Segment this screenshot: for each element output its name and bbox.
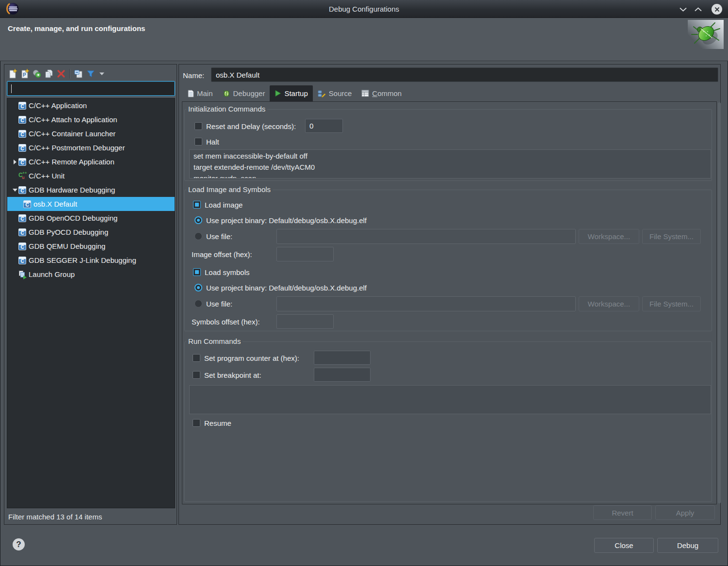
load-symbols-checkbox[interactable] <box>193 268 201 276</box>
image-workspace-button[interactable]: Workspace... <box>579 229 639 244</box>
tab-common[interactable]: Common <box>356 85 406 101</box>
banner: Create, manage, and run configurations <box>0 18 728 61</box>
image-use-file-radio[interactable] <box>194 232 202 240</box>
export-configurations-button[interactable] <box>32 68 42 79</box>
tab-startup[interactable]: Startup <box>270 85 312 101</box>
symbols-offset-input[interactable] <box>276 314 334 329</box>
symbols-workspace-button[interactable]: Workspace... <box>579 296 639 311</box>
c-application-icon <box>18 228 26 236</box>
group-title: Load Image and Symbols <box>186 185 273 194</box>
apply-button[interactable]: Apply <box>655 505 715 520</box>
symbols-use-file-radio[interactable] <box>194 300 202 307</box>
tree-item-cpp-attach[interactable]: C/C++ Attach to Application <box>7 113 175 127</box>
tab-source[interactable]: Source <box>313 85 357 101</box>
filter-menu-button[interactable] <box>97 68 106 79</box>
tree-item-gdb-openocd[interactable]: GDB OpenOCD Debugging <box>7 211 175 225</box>
image-use-project-binary-radio[interactable] <box>194 216 202 224</box>
init-commands-textarea[interactable]: set mem inaccessible-by-default off targ… <box>189 149 711 178</box>
symbols-filesystem-button[interactable]: File System... <box>642 296 701 311</box>
maximize-button[interactable] <box>692 4 704 15</box>
resume-checkbox[interactable] <box>193 419 200 427</box>
name-input[interactable] <box>211 67 718 82</box>
configurations-tree: C/C++ Application C/C++ Attach to Applic… <box>7 98 175 508</box>
image-offset-input[interactable] <box>276 247 334 261</box>
group-initialization-commands: Initialization Commands Reset and Delay … <box>184 109 712 181</box>
reset-delay-checkbox[interactable] <box>194 122 202 130</box>
dialog-close-button[interactable]: Close <box>594 538 654 553</box>
reset-delay-input[interactable] <box>305 119 343 133</box>
tree-item-cpp-application[interactable]: C/C++ Application <box>7 98 175 113</box>
group-run-commands: Run Commands Set program counter at (hex… <box>184 341 712 502</box>
tree-item-label: C/C++ Container Launcher <box>29 129 115 138</box>
tree-item-label: GDB QEMU Debugging <box>29 242 105 250</box>
collapse-all-button[interactable] <box>73 68 84 79</box>
halt-checkbox[interactable] <box>194 138 202 146</box>
c-application-icon <box>18 214 26 222</box>
symbols-use-project-binary-label: Use project binary: Default/debug/osb.X.… <box>206 284 367 292</box>
image-use-file-label: Use file: <box>206 232 232 241</box>
symbols-use-file-label: Use file: <box>206 300 232 308</box>
group-load-image-symbols: Load Image and Symbols Load image Use pr… <box>184 190 712 331</box>
filter-status: Filter matched 13 of 14 items <box>8 513 102 521</box>
debug-configurations-dialog: { "window": { "title": "Debug Configurat… <box>0 0 728 566</box>
image-offset-label: Image offset (hex): <box>192 250 252 259</box>
debug-button[interactable]: Debug <box>657 538 718 553</box>
tree-item-launch-group[interactable]: Launch Group <box>7 267 175 281</box>
page-title: Debug Configurations <box>0 0 728 18</box>
set-pc-input[interactable] <box>314 351 371 365</box>
c-application-icon <box>18 243 26 250</box>
image-filesystem-button[interactable]: File System... <box>642 229 701 244</box>
tree-expander-collapsed-icon[interactable] <box>14 160 16 164</box>
tab-debugger[interactable]: Debugger <box>218 85 270 101</box>
tree-item-label: GDB Hardware Debugging <box>29 186 115 194</box>
launch-group-icon <box>18 271 26 278</box>
tree-item-gdb-hardware[interactable]: GDB Hardware Debugging <box>7 183 175 197</box>
help-button[interactable]: ? <box>13 538 25 550</box>
eclipse-logo-icon <box>6 2 19 17</box>
image-file-input[interactable] <box>276 229 576 244</box>
close-button[interactable] <box>711 4 723 15</box>
duplicate-button[interactable] <box>44 68 54 79</box>
set-breakpoint-checkbox[interactable] <box>193 371 200 379</box>
tab-main[interactable]: Main <box>183 85 218 101</box>
tree-item-cpp-postmortem[interactable]: C/C++ Postmortem Debugger <box>7 141 175 155</box>
new-configuration-icon <box>8 69 17 79</box>
tree-item-cpp-unit[interactable]: u C/C++ Unit <box>7 169 175 183</box>
run-commands-textarea[interactable] <box>189 385 711 414</box>
filter-input[interactable] <box>7 81 175 96</box>
tree-item-label: C/C++ Remote Application <box>29 158 114 166</box>
set-breakpoint-input[interactable] <box>314 368 371 382</box>
filter-button[interactable] <box>85 68 96 79</box>
tree-item-gdb-segger[interactable]: GDB SEGGER J-Link Debugging <box>7 253 175 267</box>
tree-item-gdb-qemu[interactable]: GDB QEMU Debugging <box>7 239 175 253</box>
revert-button[interactable]: Revert <box>593 505 652 520</box>
tree-item-osbx-default[interactable]: osb.X Default <box>7 197 175 211</box>
new-prototype-button[interactable]: P <box>19 68 30 79</box>
load-image-checkbox[interactable] <box>193 201 201 209</box>
tree-item-label: C/C++ Postmortem Debugger <box>29 144 125 152</box>
tab-label: Debugger <box>233 89 265 97</box>
halt-label: Halt <box>206 138 219 146</box>
set-pc-checkbox[interactable] <box>193 354 200 362</box>
set-pc-label: Set program counter at (hex): <box>204 354 299 362</box>
tree-item-cpp-remote[interactable]: C/C++ Remote Application <box>7 155 175 169</box>
minimize-button[interactable] <box>677 4 689 15</box>
tab-label: Startup <box>284 89 307 97</box>
chevron-down-icon <box>679 7 687 12</box>
group-title: Run Commands <box>186 337 243 345</box>
duplicate-icon <box>44 69 54 79</box>
symbols-use-project-binary-radio[interactable] <box>194 284 202 291</box>
symbols-file-input[interactable] <box>276 296 576 311</box>
tree-item-gdb-pyocd[interactable]: GDB PyOCD Debugging <box>7 225 175 239</box>
content-scrollbar[interactable] <box>718 102 721 503</box>
tab-bar: Main Debugger Startup Source Common <box>183 85 406 101</box>
tree-item-cpp-container[interactable]: C/C++ Container Launcher <box>7 127 175 141</box>
name-label: Name: <box>183 71 204 80</box>
tree-item-label: osb.X Default <box>33 200 77 208</box>
tree-expander-expanded-icon[interactable] <box>13 189 17 192</box>
startup-play-icon <box>275 90 281 97</box>
sidebar-toolbar: P <box>7 66 106 81</box>
delete-button[interactable] <box>56 68 66 79</box>
new-configuration-button[interactable] <box>7 68 18 79</box>
filter-icon <box>86 69 96 79</box>
